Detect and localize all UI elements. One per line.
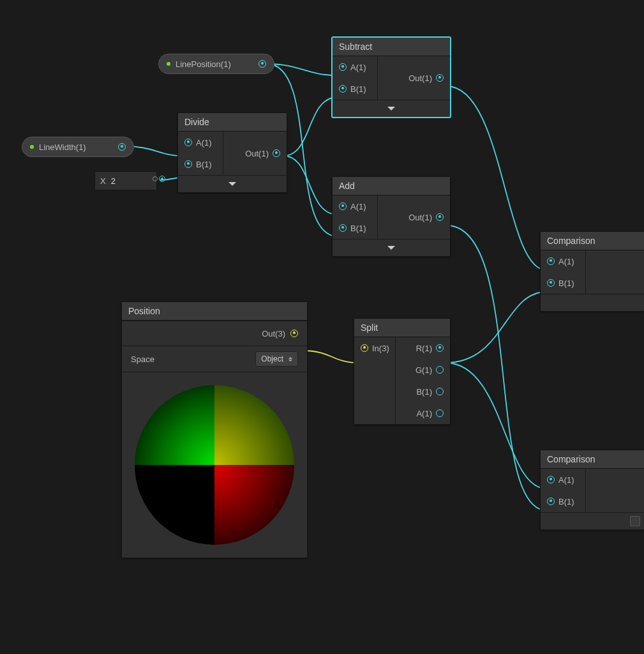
chevron-down-icon [387,107,395,110]
property-exposed-dot [30,145,34,149]
port-icon[interactable] [361,344,368,352]
port-icon[interactable] [184,139,192,146]
node-comparison-1[interactable]: Comparison A(1) B(1) [540,231,644,312]
output-g[interactable]: G(1) [396,359,450,381]
port-icon[interactable] [547,498,555,505]
node-add[interactable]: Add A(1) B(1) Out(1) [332,176,451,257]
constant-output-port[interactable] [159,176,165,182]
node-title: Comparison [541,232,644,250]
port-icon[interactable] [436,213,444,221]
output-r[interactable]: R(1) [396,337,450,359]
expand-toggle[interactable] [333,239,450,256]
node-divide[interactable]: Divide A(1) B(1) Out(1) [177,112,287,193]
space-label: Space [131,354,154,364]
input-b[interactable]: B(1) [333,217,377,239]
node-comparison-2[interactable]: Comparison A(1) B(1) [540,450,644,530]
constant-x-value[interactable]: X 2 [94,171,157,190]
node-preview [122,372,307,558]
output-b[interactable]: B(1) [396,381,450,402]
node-title: Comparison [541,450,644,469]
property-line-position[interactable]: LinePosition(1) [158,54,274,74]
node-title: Subtract [333,38,450,56]
node-title: Split [354,319,450,337]
port-icon[interactable] [339,202,347,210]
expand-toggle[interactable] [541,294,644,311]
constant-value[interactable]: 2 [111,176,116,186]
expand-toggle[interactable] [333,100,450,117]
port-icon[interactable] [436,366,444,374]
position-preview-sphere [131,382,297,548]
port-icon[interactable] [339,63,347,71]
chevron-down-icon [228,182,236,186]
port-icon[interactable] [184,160,192,168]
port-icon[interactable] [436,344,444,352]
input-b[interactable]: B(1) [178,153,223,175]
port-icon[interactable] [273,149,280,157]
node-subtract[interactable]: Subtract A(1) B(1) Out(1) [332,37,451,118]
output-out[interactable]: Out(1) [378,56,450,100]
port-icon[interactable] [436,409,444,417]
input-a[interactable]: A(1) [541,469,585,490]
input-b[interactable]: B(1) [541,490,585,512]
node-position[interactable]: Position Out(3) Space Object [121,301,308,558]
expand-toggle[interactable] [541,512,644,529]
output-out[interactable]: Out(1) [223,132,287,175]
input-b[interactable]: B(1) [541,272,585,294]
output-port[interactable] [290,330,298,337]
input-b[interactable]: B(1) [333,78,377,100]
node-split[interactable]: Split In(3) R(1) G(1) B(1) A(1) [354,318,451,425]
output-port[interactable] [258,60,266,68]
chevron-down-icon [387,246,395,250]
input-a[interactable]: A(1) [333,56,377,78]
preview-toggle-icon[interactable] [630,516,640,526]
constant-stub-port [153,176,158,181]
port-icon[interactable] [436,388,444,395]
svg-rect-2 [131,382,214,465]
space-dropdown[interactable]: Object [255,351,298,367]
property-label: LineWidth(1) [39,142,86,152]
port-icon[interactable] [339,85,347,93]
output-port[interactable] [118,143,126,151]
connections-layer [0,0,644,654]
node-title: Position [122,302,307,321]
input-a[interactable]: A(1) [541,250,585,272]
svg-rect-4 [214,465,297,548]
output-out[interactable]: Out(1) [378,195,450,239]
port-icon[interactable] [339,224,347,232]
svg-rect-1 [214,382,297,465]
property-exposed-dot [167,62,170,66]
svg-rect-3 [131,465,214,548]
dropdown-arrows-icon [288,357,292,361]
node-title: Add [333,177,450,195]
input-a[interactable]: A(1) [333,195,377,217]
input-a[interactable]: A(1) [178,132,223,153]
input-in[interactable]: In(3) [354,337,395,359]
port-icon[interactable] [547,279,555,287]
expand-toggle[interactable] [178,175,287,192]
property-line-width[interactable]: LineWidth(1) [22,137,134,157]
port-icon[interactable] [547,257,555,265]
constant-axis-label: X [100,176,106,186]
node-title: Divide [178,113,287,132]
output-a[interactable]: A(1) [396,402,450,424]
space-value: Object [261,354,283,363]
port-icon[interactable] [547,476,555,483]
port-icon[interactable] [436,74,444,82]
property-label: LinePosition(1) [176,59,231,69]
output-label: Out(3) [262,329,285,338]
